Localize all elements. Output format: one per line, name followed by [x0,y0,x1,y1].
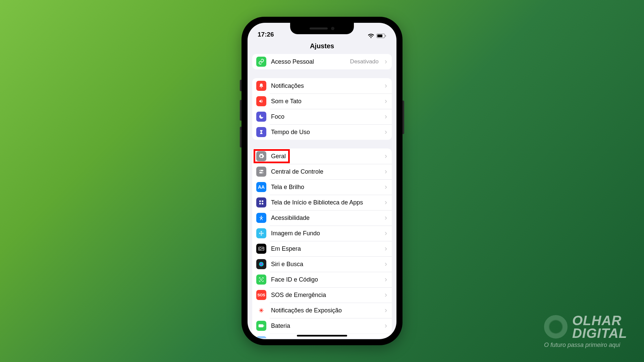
svg-point-21 [259,262,264,266]
row-battery[interactable]: Bateria › [252,318,392,334]
screen: 17:26 Ajustes Acesso Pessoal Desa [248,23,396,339]
volume-down-button [240,127,241,147]
svg-rect-19 [262,248,264,248]
link-icon [256,57,266,67]
svg-point-16 [262,233,264,234]
svg-point-23 [262,279,262,279]
chevron-right-icon: › [385,230,387,237]
row-label: Tempo de Uso [271,129,380,136]
chevron-right-icon: › [385,276,387,283]
row-label: Face ID e Código [271,276,380,283]
svg-point-18 [259,248,261,250]
row-notifications[interactable]: Notificações › [252,78,392,94]
row-screentime[interactable]: Tempo de Uso › [252,124,392,140]
sun-icon: AA [256,182,266,192]
svg-rect-34 [264,325,264,327]
battery-icon [376,34,386,38]
row-label: Imagem de Fundo [271,230,380,237]
chevron-right-icon: › [385,82,387,89]
row-label: Central de Controle [271,168,380,175]
chevron-right-icon: › [385,260,387,268]
siri-icon [256,259,266,269]
silent-switch [240,80,241,91]
row-wallpaper[interactable]: Imagem de Fundo › [252,226,392,241]
row-label: Acesso Pessoal [271,58,345,65]
sos-icon: SOS [256,290,266,300]
watermark-line2: DIGITAL [572,327,627,340]
row-sos[interactable]: SOS SOS de Emergência › [252,287,392,303]
notch [290,23,354,34]
row-sounds[interactable]: Som e Tato › [252,94,392,109]
virus-icon [256,305,266,315]
chevron-right-icon: › [385,128,387,136]
row-label: Privacidade e Segurança [271,338,380,339]
chevron-right-icon: › [385,291,387,299]
svg-rect-7 [259,200,261,202]
face-icon [256,275,266,285]
wifi-icon [368,34,374,38]
row-accessibility[interactable]: Acessibilidade › [252,210,392,226]
row-label: Tela de Início e Biblioteca de Apps [271,199,380,206]
svg-rect-20 [262,249,264,249]
volume-up-button [240,100,241,121]
settings-content[interactable]: Acesso Pessoal Desativado › Notificações… [248,54,396,338]
chevron-right-icon: › [385,199,387,206]
page-title: Ajustes [248,40,396,54]
row-faceid[interactable]: Face ID e Código › [252,272,392,287]
hourglass-icon [256,127,266,137]
chevron-right-icon: › [385,307,387,314]
person-icon [256,213,266,223]
svg-point-11 [261,216,262,217]
row-standby[interactable]: Em Espera › [252,241,392,256]
grid-icon [256,197,266,207]
row-label: Tela e Brilho [271,184,380,191]
flower-icon [256,228,266,238]
row-focus[interactable]: Foco › [252,109,392,124]
row-detail: Desativado [350,58,379,65]
svg-rect-2 [385,35,386,37]
watermark-line1: OLHAR [572,314,627,327]
svg-line-31 [260,311,260,312]
logo-ring-icon [544,315,568,339]
svg-point-6 [262,172,263,173]
hand-icon [256,336,266,338]
chevron-right-icon: › [385,214,387,222]
svg-point-14 [261,234,262,236]
watermark-tagline: O futuro passa primeiro aqui [544,342,627,349]
svg-point-22 [260,279,261,279]
row-label: SOS de Emergência [271,292,380,299]
chevron-right-icon: › [385,245,387,252]
svg-point-15 [259,233,260,234]
row-siri[interactable]: Siri e Busca › [252,256,392,272]
row-general[interactable]: Geral › [252,148,392,164]
row-exposure[interactable]: Notificações de Exposição › [252,303,392,318]
clock-icon [256,244,266,254]
chevron-right-icon: › [385,153,387,160]
moon-icon [256,112,266,122]
chevron-right-icon: › [385,322,387,329]
svg-point-12 [261,233,262,234]
row-label: Notificações [271,82,380,89]
svg-line-29 [260,309,260,309]
row-label: Som e Tato [271,98,380,105]
chevron-right-icon: › [385,338,387,338]
row-label: Foco [271,113,380,120]
svg-rect-33 [259,324,263,327]
row-controlcenter[interactable]: Central de Controle › [252,164,392,179]
row-hotspot[interactable]: Acesso Pessoal Desativado › [252,54,392,69]
chevron-right-icon: › [385,168,387,175]
svg-point-13 [261,231,262,232]
gear-icon [256,151,266,161]
chevron-right-icon: › [385,98,387,105]
row-homescreen[interactable]: Tela de Início e Biblioteca de Apps › [252,195,392,210]
row-display[interactable]: AA Tela e Brilho › [252,179,392,195]
speaker-icon [256,96,266,106]
svg-line-32 [262,309,263,309]
settings-group-connectivity: Acesso Pessoal Desativado › [252,54,392,69]
toggles-icon [256,167,266,177]
row-label: Acessibilidade [271,215,380,222]
status-time: 17:26 [258,31,274,38]
power-button [402,101,404,134]
row-label: Bateria [271,322,380,329]
home-indicator[interactable] [297,335,347,337]
